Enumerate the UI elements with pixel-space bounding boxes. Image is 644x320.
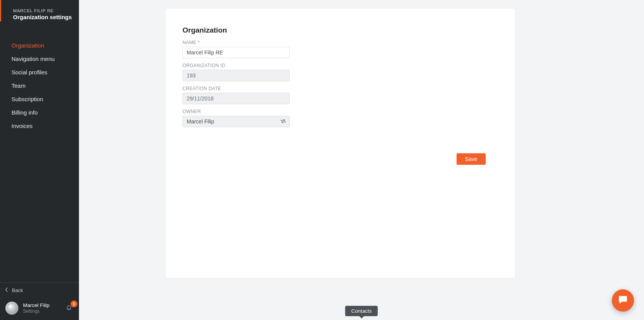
- chevron-left-icon: [5, 287, 8, 293]
- owner-label: OWNER: [182, 109, 498, 114]
- back-label: Back: [12, 287, 23, 293]
- organization-card: Organization NAME * ORGANIZATION ID CREA…: [166, 8, 515, 278]
- user-name: Marcel Filip: [23, 302, 61, 309]
- tooltip-label: Contacts: [351, 308, 371, 314]
- notifications-badge: 6: [71, 300, 77, 307]
- name-input[interactable]: [182, 47, 290, 58]
- swap-icon: [280, 118, 286, 125]
- sidebar-item-invoices[interactable]: Invoices: [0, 119, 79, 133]
- user-subtitle: Settings: [23, 309, 61, 314]
- chat-fab[interactable]: [612, 289, 634, 312]
- sidebar-header[interactable]: MARCEL FILIP RE Organization settings: [0, 0, 79, 28]
- sidebar-item-subscription[interactable]: Subscription: [0, 92, 79, 106]
- sidebar-item-label: Billing info: [12, 109, 38, 116]
- sidebar-item-navigation-menu[interactable]: Navigation menu: [0, 52, 79, 66]
- sidebar-item-label: Team: [12, 82, 26, 89]
- org-id-label: ORGANIZATION ID: [182, 63, 498, 68]
- back-button[interactable]: Back: [0, 282, 79, 298]
- sidebar-item-social-profiles[interactable]: Social profiles: [0, 66, 79, 79]
- sidebar-org-name: MARCEL FILIP RE: [13, 8, 79, 13]
- sidebar-item-label: Navigation menu: [12, 56, 55, 62]
- notifications-button[interactable]: 6: [66, 304, 74, 312]
- org-id-input: [182, 70, 290, 81]
- creation-date-input: [182, 93, 290, 104]
- sidebar-item-organization[interactable]: Organization: [0, 39, 79, 52]
- owner-value: Marcel Filip: [187, 118, 214, 125]
- sidebar: MARCEL FILIP RE Organization settings Or…: [0, 0, 79, 320]
- sidebar-nav: Organization Navigation menu Social prof…: [0, 39, 79, 133]
- sidebar-item-label: Invoices: [12, 123, 33, 129]
- save-button[interactable]: Save: [457, 153, 486, 165]
- avatar: [5, 302, 18, 315]
- sidebar-item-label: Social profiles: [12, 69, 47, 75]
- sidebar-item-billing-info[interactable]: Billing info: [0, 106, 79, 119]
- sidebar-item-label: Organization: [12, 42, 44, 49]
- chat-icon: [618, 294, 628, 307]
- main-content: Organization NAME * ORGANIZATION ID CREA…: [79, 0, 644, 320]
- owner-field[interactable]: Marcel Filip: [182, 116, 290, 127]
- sidebar-user-panel[interactable]: Marcel Filip Settings 6: [0, 298, 79, 320]
- creation-date-label: CREATION DATE: [182, 86, 498, 91]
- sidebar-item-label: Subscription: [12, 96, 43, 102]
- form-heading: Organization: [182, 26, 498, 34]
- sidebar-item-team[interactable]: Team: [0, 79, 79, 92]
- tooltip-contacts: Contacts: [345, 306, 378, 316]
- sidebar-section-title: Organization settings: [13, 14, 79, 20]
- user-info: Marcel Filip Settings: [23, 302, 61, 314]
- name-label: NAME *: [182, 40, 498, 45]
